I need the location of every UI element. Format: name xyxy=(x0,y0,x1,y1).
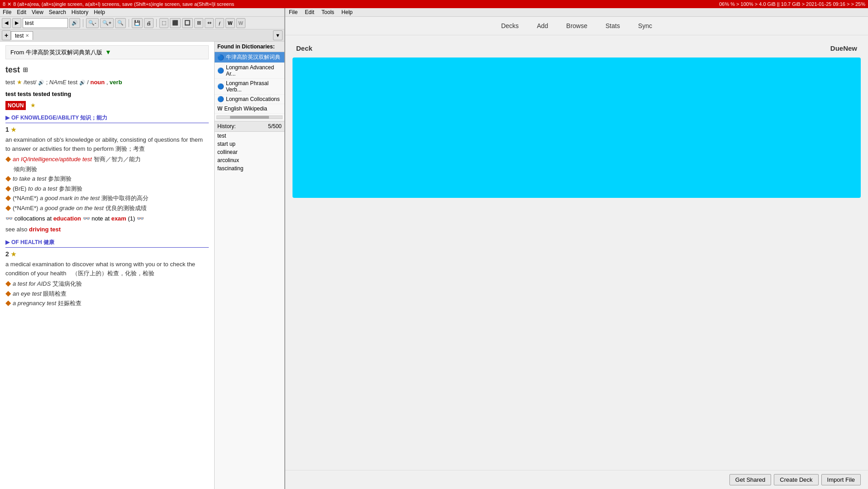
print-button[interactable]: 🖨 xyxy=(144,18,153,28)
anki-menu-edit[interactable]: Edit xyxy=(305,9,314,15)
system-bar-text: 8 (alt+a)rea, (alt+s)ingle screen, a(alt… xyxy=(13,1,234,7)
save-button[interactable]: 💾 xyxy=(132,18,143,28)
anki-deck-area: Deck Due New xyxy=(285,35,868,470)
audio-button[interactable]: 🔊 xyxy=(69,18,80,28)
zoom-reset-button[interactable]: 🔍 xyxy=(115,18,126,28)
anki-nav-add[interactable]: Add xyxy=(533,20,552,31)
menu-file[interactable]: File xyxy=(3,9,11,15)
anki-menu-tools[interactable]: Tools xyxy=(321,9,334,15)
history-item-2[interactable]: collinear xyxy=(215,148,284,156)
dictionary-app: File Edit View Search History Help ◀ ▶ 🔊… xyxy=(0,8,285,489)
dict-menu-bar: File Edit View Search History Help xyxy=(0,8,284,17)
menu-view[interactable]: View xyxy=(32,9,43,15)
menu-search[interactable]: Search xyxy=(49,9,66,15)
section-knowledge: ▶ OF KNOWLEDGE/ABILITY 知识；能力 xyxy=(5,114,209,123)
example-1-5-en: a good grade on the test xyxy=(40,205,104,211)
dict-list-item-3[interactable]: 🔵 Longman Collocations xyxy=(215,95,284,104)
pron-name-audio-icon[interactable]: 🔊 xyxy=(79,80,86,85)
tab-close-button[interactable]: ✕ xyxy=(25,33,29,38)
headword-star-icon[interactable]: ⊞ xyxy=(23,65,28,75)
new-tab-button[interactable]: + xyxy=(2,30,11,40)
scan-button[interactable]: ⬚ xyxy=(159,18,168,28)
anki-nav-decks[interactable]: Decks xyxy=(498,20,523,31)
example-2-1: ◆ a test for AIDS 艾滋病化验 xyxy=(5,279,209,288)
def-num-2: 2 xyxy=(5,249,9,259)
example-1-5: ◆ (*NAmE*) a good grade on the test 优良的测… xyxy=(5,204,209,213)
import-file-button[interactable]: Import File xyxy=(821,474,861,485)
anki-cyan-block xyxy=(293,58,861,198)
get-shared-button[interactable]: Get Shared xyxy=(729,474,772,485)
system-bar-right: 06% % > 100% > 4.0 GiB || 10.7 GiB > 202… xyxy=(719,1,865,7)
scan4-button[interactable]: ⊞ xyxy=(194,18,203,28)
anki-nav-browse[interactable]: Browse xyxy=(563,20,591,31)
menu-history[interactable]: History xyxy=(72,9,88,15)
wiki-w2-button[interactable]: W xyxy=(236,18,245,28)
example-2-3-en: a pregnancy test xyxy=(13,300,56,307)
dict-item-label-1: Longman Advanced Ar... xyxy=(226,64,282,77)
pos-line: NOUN ★ xyxy=(5,101,209,110)
example-1-3-en: to do a test xyxy=(28,185,57,192)
dict-item-label-2: Longman Phrasal Verb... xyxy=(226,80,282,93)
pos-star-icon: ★ xyxy=(30,101,36,110)
anki-nav-stats[interactable]: Stats xyxy=(602,20,623,31)
dict-tab-test[interactable]: test ✕ xyxy=(11,31,33,40)
dict-scrollbar-area xyxy=(215,114,284,121)
example-2-2-en: an eye test xyxy=(13,290,42,297)
dict-list-item-2[interactable]: 🔵 Longman Phrasal Verb... xyxy=(215,79,284,95)
headword: test xyxy=(5,64,20,76)
history-item-1[interactable]: start up xyxy=(215,140,284,148)
dict-icon-2: 🔵 xyxy=(217,83,224,90)
example-1-4: ◆ (*NAmE*) a good mark in the test 测验中取得… xyxy=(5,194,209,203)
close-icon[interactable]: ✕ xyxy=(7,1,11,7)
dict-list-item-0[interactable]: 🔵 牛津高阶英汉双解词典 xyxy=(215,52,284,63)
dict-toolbar: ◀ ▶ 🔊 🔍- 🔍+ 🔍 💾 🖨 ⬚ ⬛ 🔲 ⊞ ⇔ ƒ W W xyxy=(0,17,284,29)
anki-nav-sync[interactable]: Sync xyxy=(634,20,656,31)
dict-right-pane: Found in Dictionaries: 🔵 牛津高阶英汉双解词典 🔵 Lo… xyxy=(214,42,284,489)
history-item-4[interactable]: fascinating xyxy=(215,164,284,173)
separator-3 xyxy=(156,19,157,27)
dict-source-box: From 牛津高阶英汉双解词典第八版 ▼ xyxy=(5,45,209,59)
search-input[interactable] xyxy=(25,20,66,26)
scan5-button[interactable]: ⇔ xyxy=(205,18,214,28)
history-item-0[interactable]: test xyxy=(215,132,284,140)
system-bar: 8 ✕ 8 (alt+a)rea, (alt+s)ingle screen, a… xyxy=(0,0,868,8)
pron-audio-icon[interactable]: 🔊 xyxy=(38,80,44,85)
anki-menu-help[interactable]: Help xyxy=(341,9,353,15)
menu-help[interactable]: Help xyxy=(94,9,105,15)
dict-icon-4: W xyxy=(217,105,222,112)
tab-label: test xyxy=(15,33,24,39)
forward-button[interactable]: ▶ xyxy=(12,18,21,28)
hand-button[interactable]: ƒ xyxy=(215,18,224,28)
zoom-out-button[interactable]: 🔍- xyxy=(86,18,99,28)
tab-more-button[interactable]: ▼ xyxy=(273,30,283,40)
anki-menu-file[interactable]: File xyxy=(289,9,297,15)
example-1-3-pre: (BrE) xyxy=(13,185,28,192)
cross-ref-exam[interactable]: exam xyxy=(111,215,126,222)
bullet-icon-6: ◆ xyxy=(5,280,11,287)
back-button[interactable]: ◀ xyxy=(2,18,11,28)
eyeglasses-icon-3: 👓 xyxy=(137,215,144,222)
bullet-icon-2: ◆ xyxy=(5,175,11,182)
cross-ref-education[interactable]: education xyxy=(53,215,81,222)
dict-list-item-4[interactable]: W English Wikipedia xyxy=(215,104,284,114)
dict-scrollbar[interactable] xyxy=(216,115,283,119)
menu-edit[interactable]: Edit xyxy=(17,9,26,15)
dict-icon-3: 🔵 xyxy=(217,96,224,102)
scan2-button[interactable]: ⬛ xyxy=(170,18,181,28)
wiki-w-button[interactable]: W xyxy=(225,18,235,28)
dict-list-item-1[interactable]: 🔵 Longman Advanced Ar... xyxy=(215,63,284,79)
example-1-1-cn-cont: 倾向测验 xyxy=(14,165,209,174)
noun-badge: NOUN xyxy=(5,101,26,110)
scan3-button[interactable]: 🔲 xyxy=(182,18,193,28)
example-2-2-cn: 眼睛检查 xyxy=(43,290,67,297)
create-deck-button[interactable]: Create Deck xyxy=(774,474,818,485)
example-2-1-cn: 艾滋病化验 xyxy=(53,280,82,287)
zoom-in-button[interactable]: 🔍+ xyxy=(100,18,114,28)
bullet-icon-4: ◆ xyxy=(5,194,11,201)
word-title: test ⊞ xyxy=(5,64,209,76)
history-count: 5/500 xyxy=(268,123,282,129)
see-also-driving-test[interactable]: driving test xyxy=(29,226,61,233)
history-item-3[interactable]: arcolinux xyxy=(215,156,284,164)
example-2-1-en: a test for AIDS xyxy=(13,280,51,287)
pron-verb: verb xyxy=(110,79,122,86)
